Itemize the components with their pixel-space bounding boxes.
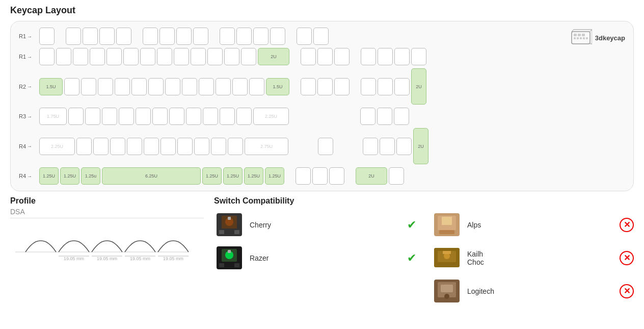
switch-status-logitech: ✕ (620, 284, 634, 298)
key-w (81, 78, 96, 95)
svg-text:19.05 mm: 19.05 mm (163, 256, 183, 261)
key-h (152, 108, 168, 125)
key-group-qwerty: 1.5U 1.5U (39, 78, 289, 95)
key-f12 (270, 28, 285, 45)
row-label-r3: R3→ (19, 113, 37, 119)
key-np-9 (394, 78, 410, 95)
key-f7 (176, 28, 192, 45)
row-label-r1-top: R1→ (19, 33, 37, 39)
key-period (211, 138, 226, 155)
switch-item-cherry: Cherry ✔ (214, 211, 416, 239)
key-v (127, 138, 142, 155)
switch-status-kailh: ✕ (620, 251, 634, 265)
key-left (296, 167, 311, 185)
switch-name-razer: Razer (250, 254, 402, 262)
svg-text:19.05 mm: 19.05 mm (64, 256, 84, 261)
key-np-mul (394, 48, 410, 65)
key-group-fn-end (297, 28, 329, 45)
switch-section: Switch Compatibility Cherr (214, 196, 634, 305)
row-label-r1: R1→ (19, 54, 37, 60)
switch-item-razer: Razer ✔ (214, 244, 416, 272)
switch-img-cherry (214, 211, 245, 239)
key-right (329, 167, 344, 185)
key-group-fn-esc (39, 28, 55, 45)
svg-rect-32 (439, 230, 454, 234)
key-np-enter: 2U (413, 128, 428, 164)
row-label-r2: R2→ (19, 84, 37, 90)
key-group-fn-f9 (220, 28, 285, 45)
switch-grid: Cherry ✔ Alps ✕ (214, 211, 634, 305)
svg-rect-7 (583, 37, 585, 39)
profile-name: DSA (10, 208, 204, 218)
svg-point-46 (444, 294, 449, 299)
key-capslock: 1.75U (39, 108, 67, 125)
key-quote (236, 108, 252, 125)
key-lalt: 1.25u (81, 167, 100, 185)
key-slash (228, 138, 243, 155)
key-f3 (99, 28, 115, 45)
svg-rect-28 (234, 230, 239, 234)
key-pgup (334, 48, 350, 65)
key-np-div (378, 48, 393, 65)
key-f10 (236, 28, 252, 45)
switch-status-alps: ✕ (620, 218, 634, 232)
key-t (131, 78, 147, 95)
keyboard-row-fn: R1→ (19, 28, 625, 45)
svg-line-10 (590, 30, 592, 32)
key-lbracket (232, 78, 248, 95)
svg-rect-26 (228, 217, 231, 220)
switch-item-kailh: KailhChoc ✕ (432, 244, 634, 272)
key-f8 (193, 28, 208, 45)
key-np-6 (394, 108, 409, 125)
switch-name-kailh: KailhChoc (467, 250, 614, 266)
key-group-num-nav (301, 48, 350, 65)
key-6 (140, 48, 155, 65)
key-group-fn-f5 (143, 28, 208, 45)
switch-img-razer (214, 244, 245, 272)
key-np-5 (377, 108, 392, 125)
key-tab: 1.5U (39, 78, 63, 95)
switch-status-razer: ✔ (407, 251, 416, 265)
switch-img-logitech (432, 277, 462, 305)
key-d (102, 108, 117, 125)
key-l (203, 108, 218, 125)
key-f11 (253, 28, 269, 45)
key-8 (174, 48, 189, 65)
key-ralt: 1.25U (202, 167, 222, 185)
svg-rect-1 (574, 34, 577, 36)
key-down (312, 167, 328, 185)
key-k (186, 108, 201, 125)
switch-item-logitech: Logitech ✕ (432, 277, 634, 305)
key-backtick (39, 48, 55, 65)
logo-label: 3dkeycap (595, 34, 625, 42)
switch-title: Switch Compatibility (214, 196, 634, 206)
key-np-sub (411, 48, 426, 65)
key-up (318, 138, 333, 155)
key-np-8 (378, 78, 393, 95)
key-s (85, 108, 100, 125)
switch-img-alps (432, 211, 462, 239)
switch-name-alps: Alps (467, 221, 614, 229)
svg-rect-27 (219, 230, 224, 234)
key-rctrl2: 1.25U (265, 167, 284, 185)
key-1 (56, 48, 71, 65)
key-prtsc (297, 28, 312, 45)
key-group-zxcv: 2.25U 2.75U (39, 138, 288, 155)
key-f6 (159, 28, 175, 45)
keyboard-logo: 3dkeycap (570, 27, 625, 49)
key-minus (224, 48, 239, 65)
key-fn: 1.25U (223, 167, 243, 185)
key-o (199, 78, 214, 95)
key-backspace: 2U (258, 48, 289, 65)
key-group-arrows-bottom (296, 167, 344, 185)
keyboard-row-num: R1→ 2U (19, 48, 625, 65)
svg-rect-8 (586, 37, 588, 39)
svg-rect-3 (582, 34, 585, 36)
keycap-layout-section: 3dkeycap R1→ (10, 21, 634, 191)
key-z (76, 138, 92, 155)
svg-rect-6 (580, 37, 582, 39)
key-end (317, 78, 333, 95)
svg-rect-2 (578, 34, 581, 36)
key-esc (39, 28, 55, 45)
key-rshift: 2.75U (245, 138, 288, 155)
